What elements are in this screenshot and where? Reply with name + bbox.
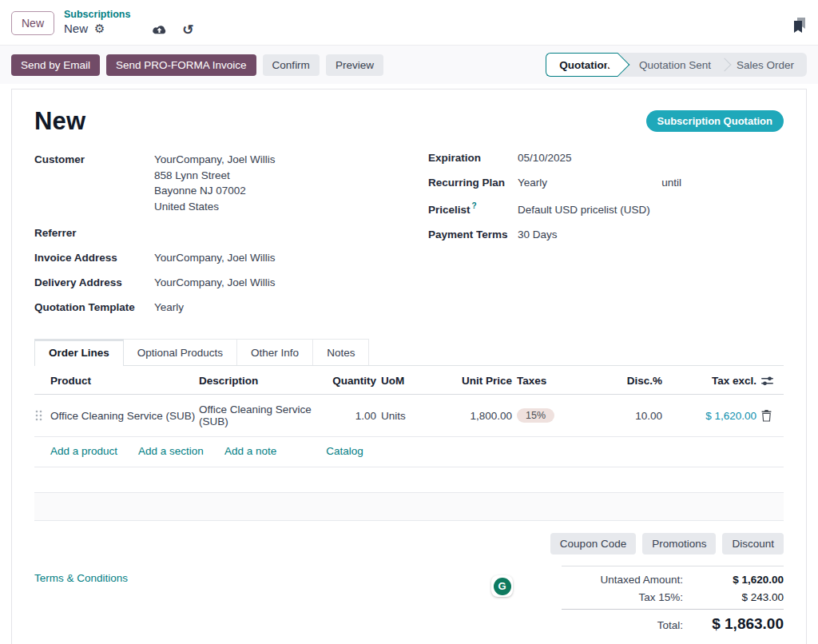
col-unit-price[interactable]: Unit Price bbox=[443, 375, 517, 387]
order-lines-footer: Add a product Add a section Add a note C… bbox=[34, 437, 784, 467]
col-product[interactable]: Product bbox=[50, 375, 199, 387]
customer-label: Customer bbox=[34, 153, 154, 165]
tab-order-lines[interactable]: Order Lines bbox=[34, 339, 124, 366]
cell-taxes[interactable]: 15% bbox=[517, 408, 597, 423]
drag-handle-icon[interactable] bbox=[34, 409, 50, 422]
add-section-link[interactable]: Add a section bbox=[138, 445, 204, 457]
discount-button[interactable]: Discount bbox=[722, 533, 784, 555]
invoice-address-field[interactable]: YourCompany, Joel Willis bbox=[154, 252, 390, 264]
breadcrumb-record-name: New bbox=[64, 22, 88, 37]
total-value: $ 1,863.00 bbox=[694, 615, 784, 633]
payment-terms-field[interactable]: 30 Days bbox=[518, 229, 784, 241]
order-lines-header: Product Description Quantity UoM Unit Pr… bbox=[34, 366, 784, 395]
col-quantity[interactable]: Quantity bbox=[327, 375, 381, 387]
recurring-plan-field[interactable]: Yearly bbox=[518, 177, 547, 189]
subscription-quotation-badge[interactable]: Subscription Quotation bbox=[646, 110, 784, 132]
status-step-quotation[interactable]: Quotation bbox=[546, 53, 618, 77]
empty-order-row bbox=[34, 467, 784, 493]
promotions-button[interactable]: Promotions bbox=[642, 533, 716, 555]
customer-street: 858 Lynn Street bbox=[154, 168, 390, 184]
tax-label: Tax 15%: bbox=[562, 591, 694, 603]
notebook-tabs: Order Lines Optional Products Other Info… bbox=[34, 339, 784, 366]
action-bar: Send by Email Send PRO-FORMA Invoice Con… bbox=[0, 46, 818, 84]
col-disc[interactable]: Disc.% bbox=[597, 375, 667, 387]
col-uom[interactable]: UoM bbox=[381, 375, 443, 387]
grammarly-icon[interactable]: G bbox=[491, 575, 513, 597]
send-by-email-button[interactable]: Send by Email bbox=[11, 54, 100, 76]
new-record-button[interactable]: New bbox=[11, 11, 54, 35]
add-note-link[interactable]: Add a note bbox=[224, 445, 276, 457]
until-label: until bbox=[661, 177, 681, 189]
status-step-quotation-sent[interactable]: Quotation Sent bbox=[618, 53, 724, 77]
order-line-row[interactable]: Office Cleaning Service (SUB) Office Cle… bbox=[34, 395, 784, 437]
cell-disc[interactable]: 10.00 bbox=[597, 410, 667, 422]
col-tax-excl[interactable]: Tax excl. bbox=[667, 375, 761, 387]
total-label: Total: bbox=[562, 619, 694, 631]
quotation-template-field[interactable]: Yearly bbox=[154, 301, 390, 313]
catalog-link[interactable]: Catalog bbox=[326, 445, 363, 457]
cell-quantity[interactable]: 1.00 bbox=[327, 410, 381, 422]
discard-undo-icon[interactable]: ↺ bbox=[182, 22, 193, 38]
form-sheet: New Subscription Quotation Customer Your… bbox=[11, 89, 807, 644]
send-proforma-button[interactable]: Send PRO-FORMA Invoice bbox=[106, 54, 256, 76]
save-cloud-icon[interactable] bbox=[151, 24, 168, 36]
tab-notes[interactable]: Notes bbox=[313, 339, 369, 365]
column-options-icon[interactable] bbox=[761, 376, 784, 387]
expiration-field[interactable]: 05/10/2025 bbox=[518, 152, 784, 164]
cell-unit-price[interactable]: 1,800.00 bbox=[443, 410, 517, 422]
coupon-code-button[interactable]: Coupon Code bbox=[550, 533, 636, 555]
pricelist-field[interactable]: Default USD pricelist (USD) bbox=[518, 204, 784, 216]
bookmark-icon[interactable] bbox=[792, 17, 807, 34]
customer-city: Bayonne NJ 07002 bbox=[154, 183, 390, 199]
grammarly-letter: G bbox=[494, 578, 511, 595]
payment-terms-label: Payment Terms bbox=[428, 229, 518, 241]
delete-line-icon[interactable] bbox=[761, 410, 784, 422]
col-taxes[interactable]: Taxes bbox=[517, 375, 597, 387]
record-title[interactable]: New bbox=[34, 107, 85, 136]
pricelist-label: Pricelist? bbox=[428, 201, 518, 216]
customer-name[interactable]: YourCompany, Joel Willis bbox=[154, 152, 390, 168]
status-step-sales-order[interactable]: Sales Order bbox=[724, 53, 807, 77]
untaxed-amount-value: $ 1,620.00 bbox=[694, 574, 784, 586]
totals-block: Untaxed Amount: $ 1,620.00 Tax 15%: $ 24… bbox=[562, 566, 784, 644]
cell-uom[interactable]: Units bbox=[381, 410, 443, 422]
cell-tax-excl[interactable]: $ 1,620.00 bbox=[667, 410, 761, 422]
cell-product[interactable]: Office Cleaning Service (SUB) bbox=[50, 410, 199, 422]
add-product-link[interactable]: Add a product bbox=[50, 445, 117, 457]
empty-order-row-alt bbox=[34, 493, 784, 521]
confirm-button[interactable]: Confirm bbox=[263, 54, 320, 76]
breadcrumb-app-link[interactable]: Subscriptions bbox=[64, 9, 130, 22]
delivery-address-label: Delivery Address bbox=[34, 276, 154, 288]
tax-tag[interactable]: 15% bbox=[517, 408, 554, 423]
customer-country: United States bbox=[154, 199, 390, 215]
preview-button[interactable]: Preview bbox=[326, 54, 383, 76]
breadcrumb: New Subscriptions New ⚙ ↺ bbox=[0, 0, 818, 46]
tab-other-info[interactable]: Other Info bbox=[237, 339, 313, 365]
customer-field[interactable]: YourCompany, Joel Willis 858 Lynn Street… bbox=[154, 152, 390, 214]
tax-value: $ 243.00 bbox=[694, 591, 784, 603]
tab-optional-products[interactable]: Optional Products bbox=[124, 339, 237, 365]
col-description[interactable]: Description bbox=[199, 375, 327, 387]
totals-divider bbox=[562, 609, 784, 610]
delivery-address-field[interactable]: YourCompany, Joel Willis bbox=[154, 276, 390, 288]
help-icon[interactable]: ? bbox=[472, 201, 477, 210]
untaxed-amount-label: Untaxed Amount: bbox=[562, 574, 694, 586]
quotation-template-label: Quotation Template bbox=[34, 301, 154, 313]
recurring-plan-label: Recurring Plan bbox=[428, 177, 518, 189]
terms-conditions-link[interactable]: Terms & Conditions bbox=[34, 572, 128, 644]
expiration-label: Expiration bbox=[428, 152, 518, 164]
gear-icon[interactable]: ⚙ bbox=[94, 22, 105, 37]
invoice-address-label: Invoice Address bbox=[34, 252, 154, 264]
referrer-label: Referrer bbox=[34, 227, 154, 239]
cell-description[interactable]: Office Cleaning Service (SUB) bbox=[199, 403, 327, 427]
statusbar: Quotation Quotation Sent Sales Order bbox=[546, 53, 807, 77]
